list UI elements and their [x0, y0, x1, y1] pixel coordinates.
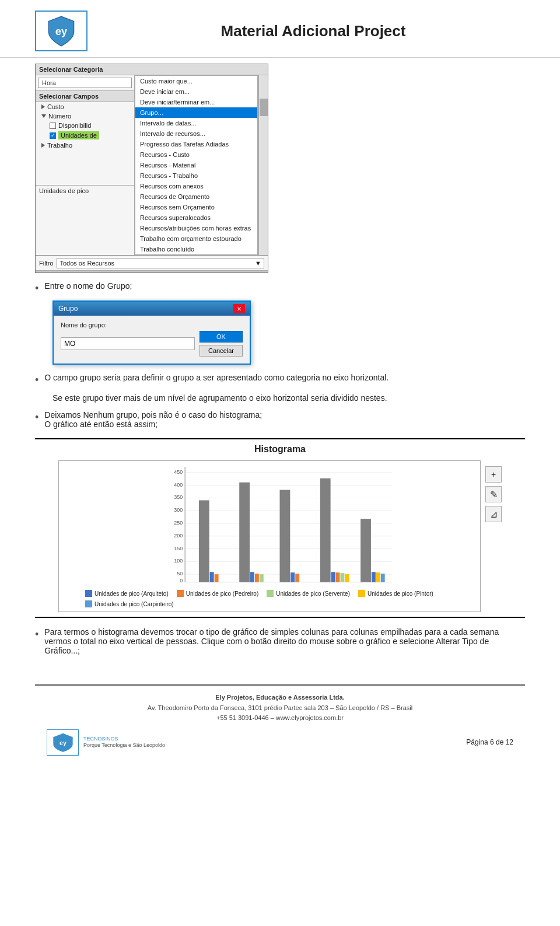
svg-text:300: 300	[174, 507, 183, 513]
bullet-3b-text: O gráfico até então está assim;	[44, 420, 158, 429]
dialog-body: Nome do grupo: OK Cancelar	[54, 316, 250, 364]
dropdown-item[interactable]: Trabalho concluído	[135, 244, 257, 254]
legend-color-arquiteto	[85, 590, 92, 597]
filter-row: Filtro Todos os Recursos ▼	[36, 256, 268, 270]
legend-color-servente	[267, 590, 274, 597]
dropdown-item[interactable]: Recursos - Material	[135, 160, 257, 170]
bullet-3-section: • Deixamos Nenhum grupo, pois não é o ca…	[35, 410, 525, 429]
dropdown-item[interactable]: Recursos - Custo	[135, 149, 257, 160]
chart-filter-button[interactable]: ⊿	[485, 506, 502, 522]
paragraph-1: Se este grupo tiver mais de um nível de …	[52, 392, 525, 404]
dropdown-item[interactable]: Recursos/atribuições com horas extras	[135, 223, 257, 233]
svg-text:450: 450	[174, 469, 183, 475]
dropdown-item[interactable]: Deve iniciar em...	[135, 86, 257, 97]
svg-text:ey: ey	[60, 739, 66, 746]
selecionar-categoria-header: Selecionar Categoria	[36, 64, 268, 75]
svg-rect-22	[199, 500, 209, 582]
dropdown-item[interactable]: Recursos - Trabalho	[135, 170, 257, 181]
legend-item-pedreiro: Unidades de pico (Pedreiro)	[177, 590, 259, 597]
svg-rect-29	[280, 490, 290, 582]
bullet-3-icon: •	[35, 411, 38, 424]
svg-rect-33	[331, 572, 335, 582]
legend-label-pintor: Unidades de pico (Pintor)	[368, 590, 433, 597]
checkbox-unchecked-icon	[50, 123, 56, 129]
svg-rect-26	[250, 572, 254, 582]
filter-dropdown[interactable]: Todos os Recursos ▼	[57, 258, 264, 268]
bullet-1-section: • Entre o nome do Grupo;	[35, 281, 525, 295]
footer-bottom: ey TECNOSINOS Porque Tecnologia e São Le…	[35, 729, 525, 756]
svg-rect-32	[320, 478, 331, 582]
bullet-3-text: Deixamos Nenhum grupo, pois não é o caso…	[44, 410, 262, 420]
bullet-1-text: Entre o nome do Grupo;	[44, 281, 132, 291]
dropdown-item[interactable]: Deve iniciar/terminar em...	[135, 97, 257, 107]
chart-area: 450 400 350 300 250 200 150 100 50 0	[58, 460, 481, 612]
chart-container: 450 400 350 300 250 200 150 100 50 0	[58, 460, 502, 612]
bullet-2-section: • O campo grupo seria para definir o gru…	[35, 373, 525, 386]
dropdown-arrow-icon: ▼	[255, 260, 261, 267]
dropdown-item[interactable]: Recursos superalocados	[135, 212, 257, 223]
svg-rect-30	[290, 572, 295, 582]
tree-item-custo: Custo	[36, 102, 134, 111]
page-title: Material Adicional Project	[102, 22, 525, 40]
svg-rect-28	[260, 574, 264, 582]
dropdown-item[interactable]: Recursos de Orçamento	[135, 191, 257, 202]
chart-edit-button[interactable]: ✎	[485, 486, 502, 502]
svg-rect-37	[360, 519, 371, 582]
dropdown-item[interactable]: Trabalho com orçamento estourado	[135, 233, 257, 244]
grupo-dialog: Grupo ✕ Nome do grupo: OK Cancelar	[52, 300, 251, 365]
bullet-4-text: Para termos o histograma devemos trocar …	[44, 627, 525, 655]
svg-rect-34	[336, 572, 340, 582]
svg-rect-35	[340, 573, 344, 582]
checkbox-checked-icon	[50, 132, 56, 139]
hora-field: Hora	[38, 78, 132, 88]
dropdown-item[interactable]: Progresso das Tarefas Adiadas	[135, 139, 257, 149]
tree-item-unidades: Unidades de	[36, 130, 134, 141]
logo: ey	[35, 11, 88, 51]
svg-rect-39	[376, 572, 380, 582]
svg-text:150: 150	[174, 546, 183, 551]
legend-label-arquiteto: Unidades de pico (Arquiteto)	[94, 590, 169, 597]
dropdown-item[interactable]: Intervalo de datas...	[135, 118, 257, 128]
filtro-label: Filtro	[39, 260, 53, 267]
legend-label-carpinteiro: Unidades de pico (Carpinteiro)	[94, 601, 174, 607]
svg-rect-23	[210, 572, 214, 582]
dropdown-item[interactable]: Recursos sem Orçamento	[135, 202, 257, 212]
chart-toolbar: + ✎ ⊿	[485, 460, 502, 522]
legend-color-pedreiro	[177, 590, 184, 597]
header: ey Material Adicional Project	[0, 0, 560, 58]
scrollbar[interactable]	[258, 75, 268, 255]
dropdown-item[interactable]: Custo maior que...	[135, 76, 257, 86]
bullet-2-icon: •	[35, 374, 38, 386]
legend-item-carpinteiro: Unidades de pico (Carpinteiro)	[85, 600, 174, 607]
dropdown-menu: Custo maior que... Deve iniciar em... De…	[135, 75, 258, 255]
legend-label-pedreiro: Unidades de pico (Pedreiro)	[186, 590, 259, 597]
svg-text:400: 400	[174, 482, 183, 488]
filter-value: Todos os Recursos	[60, 260, 114, 267]
footer-logo-area: ey TECNOSINOS Porque Tecnologia e São Le…	[47, 729, 165, 756]
dialog-input-row: OK Cancelar	[61, 331, 243, 357]
arrow-down-icon	[41, 114, 46, 118]
dialog-input-field[interactable]	[61, 337, 195, 350]
ok-button[interactable]: OK	[200, 331, 243, 343]
ms-project-screenshot: Selecionar Categoria Hora Selecionar Cam…	[35, 64, 525, 273]
chart-legend: Unidades de pico (Arquiteto) Unidades de…	[85, 588, 474, 610]
svg-rect-36	[345, 574, 349, 582]
tree-item-numero: Número	[36, 111, 134, 121]
dropdown-item[interactable]: Intervalo de recursos...	[135, 128, 257, 139]
dialog-close-button[interactable]: ✕	[233, 304, 245, 313]
dropdown-item[interactable]: Recursos com anexos	[135, 181, 257, 191]
chart-add-button[interactable]: +	[485, 466, 502, 483]
legend-item-arquiteto: Unidades de pico (Arquiteto)	[85, 590, 169, 597]
legend-color-pintor	[358, 590, 365, 597]
svg-text:0: 0	[180, 578, 183, 582]
tree-item-trabalho: Trabalho	[36, 141, 134, 150]
cancel-button[interactable]: Cancelar	[200, 345, 243, 357]
svg-text:200: 200	[174, 533, 183, 539]
svg-rect-40	[381, 574, 385, 582]
svg-rect-25	[239, 483, 250, 582]
bullet-4-section: • Para termos o histograma devemos troca…	[35, 627, 525, 655]
selecionar-campos-header: Selecionar Campos	[36, 90, 134, 102]
legend-color-carpinteiro	[85, 600, 92, 607]
dropdown-item-grupo[interactable]: Grupo...	[135, 107, 257, 118]
footer-content: Ely Projetos, Educação e Assessoria Ltda…	[35, 684, 525, 724]
